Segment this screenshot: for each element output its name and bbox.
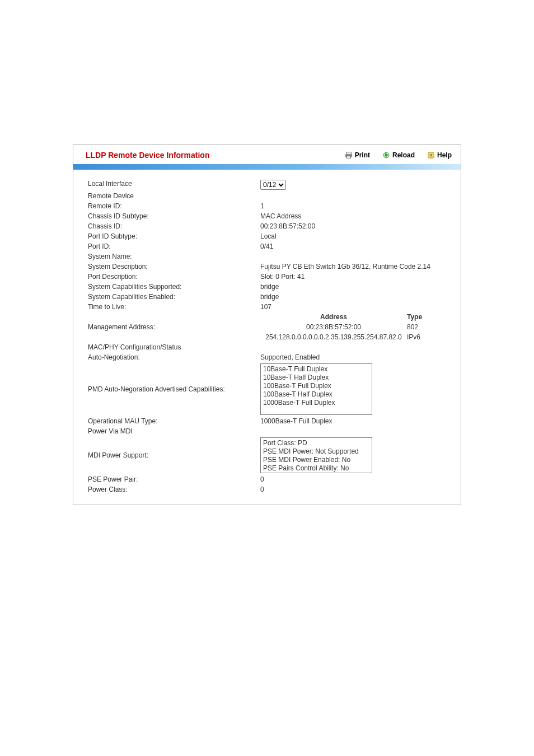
chassis-id-value: 00:23:8B:57:52:00 <box>258 221 448 231</box>
list-item: PSE Pairs Control Ability: No <box>263 464 369 473</box>
print-icon <box>345 151 353 159</box>
sys-caps-supported-value: bridge <box>258 282 448 292</box>
help-icon: ? <box>427 151 435 159</box>
list-item: 100Base-T Full Duplex <box>263 382 369 390</box>
list-item: 1000Base-T Full Duplex <box>263 399 369 407</box>
pmd-caps-listbox[interactable]: 10Base-T Full Duplex 10Base-T Half Duple… <box>260 363 372 415</box>
mgmt-address-col-type: Type <box>407 313 446 321</box>
auto-neg-label: Auto-Negotiation: <box>86 352 258 362</box>
list-item: 10Base-T Full Duplex <box>263 365 369 374</box>
reload-button[interactable]: Reload <box>382 151 415 159</box>
local-interface-label: Local Interface <box>86 179 258 191</box>
ttl-label: Time to Live: <box>86 302 258 312</box>
system-name-value <box>258 251 448 262</box>
port-description-value: Slot: 0 Port: 41 <box>258 272 448 282</box>
pmd-caps-label: PMD Auto-Negoration Advertised Capabilit… <box>86 362 258 416</box>
mgmt-address-row0-address: 00:23:8B:57:52:00 <box>260 323 407 331</box>
port-description-label: Port Description: <box>86 272 258 282</box>
sys-caps-supported-label: System Capabilities Supported: <box>86 282 258 292</box>
chassis-id-subtype-label: Chassis ID Subtype: <box>86 211 258 221</box>
chassis-id-subtype-value: MAC Address <box>258 211 448 221</box>
svg-rect-2 <box>346 156 350 158</box>
sys-caps-enabled-value: bridge <box>258 292 448 302</box>
help-button[interactable]: ? Help <box>427 151 452 159</box>
mdi-power-support-label: MDI Power Support: <box>86 436 258 474</box>
remote-device-heading: Remote Device <box>86 191 258 201</box>
local-interface-select[interactable]: 0/12 <box>260 180 286 190</box>
mgmt-address-label: Management Address: <box>86 312 258 342</box>
mgmt-address-row1-address: 254.128.0.0.0.0.0.0.2.35.139.255.254.87.… <box>260 333 407 341</box>
info-table: Local Interface 0/12 Remote Device Remot… <box>86 179 448 494</box>
oper-mau-label: Operational MAU Type: <box>86 416 258 426</box>
mgmt-address-col-address: Address <box>260 313 407 321</box>
port-id-label: Port ID: <box>86 241 258 251</box>
system-description-value: Fujitsu PY CB Eth Switch 1Gb 36/12, Runt… <box>258 262 448 272</box>
panel-body: Local Interface 0/12 Remote Device Remot… <box>73 170 461 505</box>
list-item: Port Class: PD <box>263 439 369 447</box>
svg-text:?: ? <box>430 153 432 158</box>
pse-power-pair-value: 0 <box>258 474 448 484</box>
power-class-value: 0 <box>258 484 448 494</box>
list-item: PSE MDI Power Enabled: No <box>263 456 369 464</box>
port-id-value: 0/41 <box>258 241 448 251</box>
remote-id-value: 1 <box>258 201 448 211</box>
reload-label: Reload <box>392 151 415 159</box>
mdi-power-listbox[interactable]: Port Class: PD PSE MDI Power: Not Suppor… <box>260 437 372 473</box>
power-class-label: Power Class: <box>86 484 258 494</box>
header-separator <box>73 164 461 170</box>
macphy-heading: MAC/PHY Configuration/Status <box>86 342 258 352</box>
mgmt-address-row1-type: IPv6 <box>407 333 446 341</box>
print-button[interactable]: Print <box>345 151 370 159</box>
svg-rect-0 <box>346 152 351 155</box>
list-item: 100Base-T Half Duplex <box>263 390 369 399</box>
port-id-subtype-value: Local <box>258 231 448 241</box>
power-via-mdi-heading: Power Via MDI <box>86 426 258 436</box>
remote-id-label: Remote ID: <box>86 201 258 211</box>
ttl-value: 107 <box>258 302 448 312</box>
mgmt-address-row0-type: 802 <box>407 323 446 331</box>
oper-mau-value: 1000Base-T Full Duplex <box>258 416 448 426</box>
sys-caps-enabled-label: System Capabilities Enabled: <box>86 292 258 302</box>
page-title: LLDP Remote Device Information <box>86 151 332 160</box>
auto-neg-value: Supported, Enabled <box>258 352 448 362</box>
lldp-panel: LLDP Remote Device Information Print Rel… <box>73 144 461 505</box>
reload-icon <box>382 151 390 159</box>
print-label: Print <box>355 151 370 159</box>
help-label: Help <box>437 151 452 159</box>
chassis-id-label: Chassis ID: <box>86 221 258 231</box>
panel-header: LLDP Remote Device Information Print Rel… <box>73 145 461 164</box>
system-name-label: System Name: <box>86 251 258 262</box>
pse-power-pair-label: PSE Power Pair: <box>86 474 258 484</box>
system-description-label: System Description: <box>86 262 258 272</box>
list-item: 10Base-T Half Duplex <box>263 374 369 382</box>
port-id-subtype-label: Port ID Subtype: <box>86 231 258 241</box>
list-item: PSE MDI Power: Not Supported <box>263 447 369 456</box>
